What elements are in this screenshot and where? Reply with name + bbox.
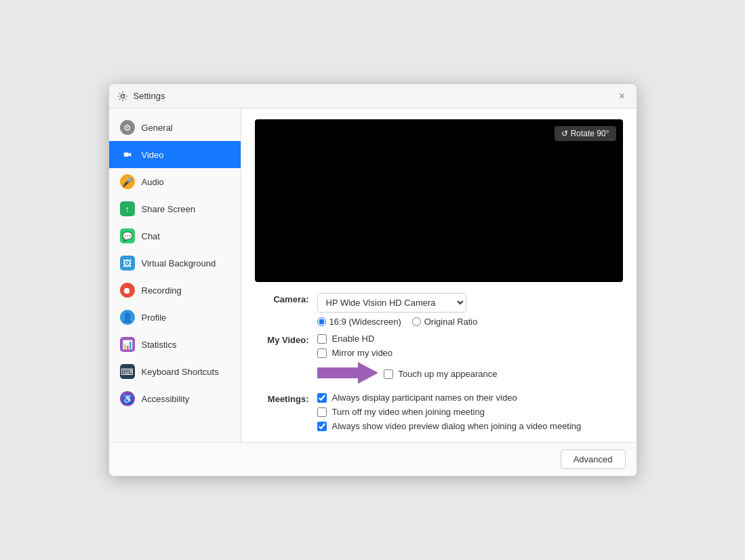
meetings-row: Meetings: Always display participant nam…: [255, 393, 623, 431]
touch-up-label: Touch up my appearance: [399, 369, 498, 379]
my-video-row: My Video: Enable HD Mirror my video: [255, 334, 623, 386]
turn-off-video-checkbox[interactable]: [317, 407, 327, 417]
original-ratio-radio[interactable]: [412, 317, 421, 326]
general-icon: ⚙: [120, 120, 135, 135]
display-names-option[interactable]: Always display participant names on thei…: [317, 393, 623, 403]
settings-window: Settings × ⚙ General Video 🎤 Audio ↑: [108, 83, 637, 477]
sidebar-label-accessibility: Accessibility: [142, 394, 190, 404]
touch-up-option[interactable]: Touch up my appearance: [384, 369, 498, 379]
touch-up-checkbox[interactable]: [384, 369, 393, 379]
rotate-button[interactable]: ↺ Rotate 90°: [555, 126, 616, 141]
my-video-content: Enable HD Mirror my video: [317, 334, 623, 386]
virtual-bg-icon: 🖼: [120, 256, 135, 271]
bottom-bar: Advanced: [109, 442, 637, 476]
sidebar-item-share-screen[interactable]: ↑ Share Screen: [109, 195, 241, 222]
sidebar-item-audio[interactable]: 🎤 Audio: [109, 168, 241, 195]
sidebar-item-profile[interactable]: 👤 Profile: [109, 304, 241, 331]
titlebar-left: Settings: [117, 91, 165, 102]
camera-row: Camera: HP Wide Vision HD Camera 16:9 (W…: [255, 293, 623, 327]
window-title: Settings: [134, 91, 165, 101]
camera-label: Camera:: [255, 293, 309, 304]
svg-point-0: [121, 94, 124, 98]
sidebar-label-stats: Statistics: [142, 340, 177, 350]
settings-icon: [117, 91, 128, 102]
enable-hd-checkbox[interactable]: [317, 334, 327, 344]
sidebar: ⚙ General Video 🎤 Audio ↑ Share Screen 💬…: [109, 108, 241, 442]
settings-section: Camera: HP Wide Vision HD Camera 16:9 (W…: [255, 293, 623, 431]
sidebar-label-audio: Audio: [142, 177, 164, 187]
svg-marker-2: [317, 362, 378, 384]
mirror-video-option[interactable]: Mirror my video: [317, 348, 623, 358]
sidebar-label-chat: Chat: [142, 231, 160, 241]
svg-rect-1: [123, 153, 128, 157]
original-ratio-label: Original Ratio: [424, 317, 478, 327]
arrow-annotation: [317, 362, 378, 386]
content-area: ⚙ General Video 🎤 Audio ↑ Share Screen 💬…: [109, 108, 637, 442]
accessibility-icon: ♿: [120, 391, 135, 406]
my-video-label: My Video:: [255, 334, 309, 345]
audio-icon: 🎤: [120, 174, 135, 189]
original-ratio-option[interactable]: Original Ratio: [412, 317, 478, 327]
sidebar-label-video: Video: [142, 150, 164, 160]
show-preview-option[interactable]: Always show video preview dialog when jo…: [317, 421, 623, 431]
sidebar-label-recording: Recording: [142, 285, 182, 296]
widescreen-radio[interactable]: [317, 317, 326, 326]
chat-icon: 💬: [120, 228, 135, 243]
recording-icon: ⏺: [120, 283, 135, 298]
sidebar-item-statistics[interactable]: 📊 Statistics: [109, 331, 241, 358]
meetings-content: Always display participant names on thei…: [317, 393, 623, 431]
mirror-video-checkbox[interactable]: [317, 348, 327, 358]
sidebar-item-general[interactable]: ⚙ General: [109, 114, 241, 141]
show-preview-checkbox[interactable]: [317, 422, 327, 431]
main-content: ↺ Rotate 90° Camera: HP Wide Vision HD C…: [241, 108, 637, 442]
video-preview: ↺ Rotate 90°: [255, 119, 623, 282]
titlebar: Settings ×: [109, 84, 637, 108]
close-button[interactable]: ×: [616, 90, 628, 102]
keyboard-icon: ⌨: [120, 364, 135, 379]
statistics-icon: 📊: [120, 337, 135, 352]
aspect-ratio-group: 16:9 (Widescreen) Original Ratio: [317, 317, 623, 327]
enable-hd-label: Enable HD: [332, 334, 375, 344]
sidebar-label-share: Share Screen: [142, 204, 196, 214]
profile-icon: 👤: [120, 310, 135, 325]
sidebar-label-vbg: Virtual Background: [142, 258, 216, 268]
enable-hd-option[interactable]: Enable HD: [317, 334, 623, 344]
sidebar-item-accessibility[interactable]: ♿ Accessibility: [109, 385, 241, 412]
display-names-label: Always display participant names on thei…: [332, 393, 517, 403]
sidebar-item-virtual-background[interactable]: 🖼 Virtual Background: [109, 249, 241, 277]
show-preview-label: Always show video preview dialog when jo…: [332, 421, 582, 431]
turn-off-video-option[interactable]: Turn off my video when joining meeting: [317, 407, 623, 417]
meetings-label: Meetings:: [255, 393, 309, 404]
sidebar-label-general: General: [142, 123, 173, 133]
turn-off-video-label: Turn off my video when joining meeting: [332, 407, 485, 417]
sidebar-item-recording[interactable]: ⏺ Recording: [109, 277, 241, 304]
widescreen-option[interactable]: 16:9 (Widescreen): [317, 317, 401, 327]
sidebar-item-chat[interactable]: 💬 Chat: [109, 222, 241, 249]
sidebar-item-keyboard-shortcuts[interactable]: ⌨ Keyboard Shortcuts: [109, 358, 241, 385]
sidebar-item-video[interactable]: Video: [109, 141, 241, 168]
camera-select[interactable]: HP Wide Vision HD Camera: [317, 293, 466, 313]
mirror-video-label: Mirror my video: [332, 348, 393, 358]
share-screen-icon: ↑: [120, 201, 135, 216]
display-names-checkbox[interactable]: [317, 393, 327, 403]
advanced-button[interactable]: Advanced: [561, 449, 626, 469]
sidebar-label-profile: Profile: [142, 313, 167, 323]
camera-content: HP Wide Vision HD Camera 16:9 (Widescree…: [317, 293, 623, 327]
sidebar-label-keyboard: Keyboard Shortcuts: [142, 367, 219, 377]
widescreen-label: 16:9 (Widescreen): [329, 317, 401, 327]
video-icon: [120, 147, 135, 162]
